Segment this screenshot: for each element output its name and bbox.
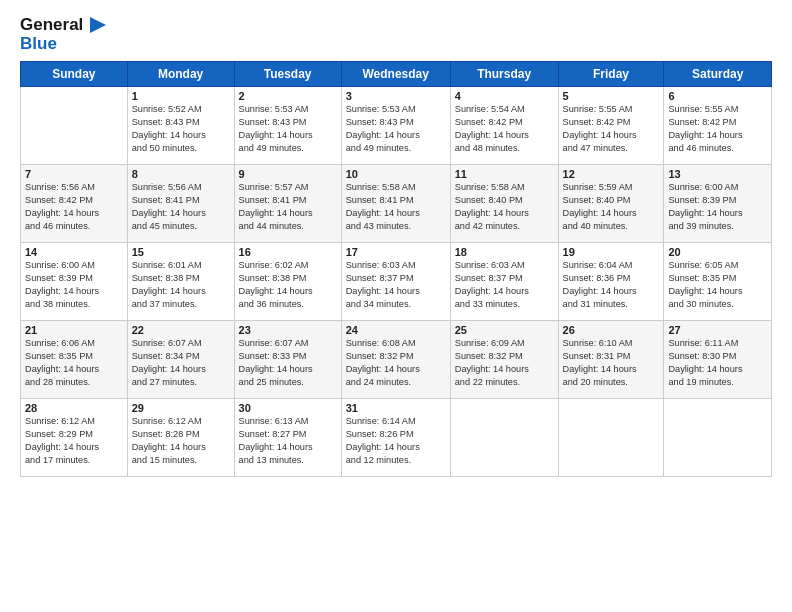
svg-marker-0 [90, 17, 106, 33]
calendar-cell: 3Sunrise: 5:53 AM Sunset: 8:43 PM Daylig… [341, 87, 450, 165]
day-info: Sunrise: 6:05 AM Sunset: 8:35 PM Dayligh… [668, 259, 767, 311]
day-number: 30 [239, 402, 337, 414]
day-header-monday: Monday [127, 62, 234, 87]
day-number: 11 [455, 168, 554, 180]
calendar-cell: 25Sunrise: 6:09 AM Sunset: 8:32 PM Dayli… [450, 321, 558, 399]
day-number: 9 [239, 168, 337, 180]
calendar-cell: 12Sunrise: 5:59 AM Sunset: 8:40 PM Dayli… [558, 165, 664, 243]
day-info: Sunrise: 5:58 AM Sunset: 8:40 PM Dayligh… [455, 181, 554, 233]
logo-general: General [20, 15, 83, 34]
calendar-cell: 13Sunrise: 6:00 AM Sunset: 8:39 PM Dayli… [664, 165, 772, 243]
day-info: Sunrise: 6:11 AM Sunset: 8:30 PM Dayligh… [668, 337, 767, 389]
day-number: 2 [239, 90, 337, 102]
day-info: Sunrise: 6:04 AM Sunset: 8:36 PM Dayligh… [563, 259, 660, 311]
day-info: Sunrise: 5:57 AM Sunset: 8:41 PM Dayligh… [239, 181, 337, 233]
calendar-cell: 5Sunrise: 5:55 AM Sunset: 8:42 PM Daylig… [558, 87, 664, 165]
calendar-cell: 20Sunrise: 6:05 AM Sunset: 8:35 PM Dayli… [664, 243, 772, 321]
day-header-sunday: Sunday [21, 62, 128, 87]
day-number: 16 [239, 246, 337, 258]
day-number: 24 [346, 324, 446, 336]
day-number: 4 [455, 90, 554, 102]
calendar-cell: 9Sunrise: 5:57 AM Sunset: 8:41 PM Daylig… [234, 165, 341, 243]
day-info: Sunrise: 6:13 AM Sunset: 8:27 PM Dayligh… [239, 415, 337, 467]
calendar-week-row: 21Sunrise: 6:06 AM Sunset: 8:35 PM Dayli… [21, 321, 772, 399]
calendar-cell: 19Sunrise: 6:04 AM Sunset: 8:36 PM Dayli… [558, 243, 664, 321]
calendar-cell: 15Sunrise: 6:01 AM Sunset: 8:38 PM Dayli… [127, 243, 234, 321]
logo: General Blue [20, 16, 106, 53]
day-info: Sunrise: 5:54 AM Sunset: 8:42 PM Dayligh… [455, 103, 554, 155]
day-number: 15 [132, 246, 230, 258]
calendar-table: SundayMondayTuesdayWednesdayThursdayFrid… [20, 61, 772, 477]
day-number: 14 [25, 246, 123, 258]
day-number: 13 [668, 168, 767, 180]
calendar-cell: 22Sunrise: 6:07 AM Sunset: 8:34 PM Dayli… [127, 321, 234, 399]
calendar-cell: 24Sunrise: 6:08 AM Sunset: 8:32 PM Dayli… [341, 321, 450, 399]
day-number: 20 [668, 246, 767, 258]
day-number: 8 [132, 168, 230, 180]
calendar-cell: 18Sunrise: 6:03 AM Sunset: 8:37 PM Dayli… [450, 243, 558, 321]
day-number: 27 [668, 324, 767, 336]
calendar-cell: 8Sunrise: 5:56 AM Sunset: 8:41 PM Daylig… [127, 165, 234, 243]
logo-arrow-icon [90, 17, 106, 35]
day-number: 21 [25, 324, 123, 336]
day-header-wednesday: Wednesday [341, 62, 450, 87]
calendar-cell: 16Sunrise: 6:02 AM Sunset: 8:38 PM Dayli… [234, 243, 341, 321]
day-number: 18 [455, 246, 554, 258]
day-number: 6 [668, 90, 767, 102]
day-info: Sunrise: 5:56 AM Sunset: 8:42 PM Dayligh… [25, 181, 123, 233]
calendar-cell: 2Sunrise: 5:53 AM Sunset: 8:43 PM Daylig… [234, 87, 341, 165]
day-number: 23 [239, 324, 337, 336]
logo-text-block: General Blue [20, 16, 106, 53]
calendar-week-row: 1Sunrise: 5:52 AM Sunset: 8:43 PM Daylig… [21, 87, 772, 165]
day-number: 19 [563, 246, 660, 258]
day-header-thursday: Thursday [450, 62, 558, 87]
calendar-week-row: 28Sunrise: 6:12 AM Sunset: 8:29 PM Dayli… [21, 399, 772, 477]
day-info: Sunrise: 6:12 AM Sunset: 8:29 PM Dayligh… [25, 415, 123, 467]
calendar-cell: 27Sunrise: 6:11 AM Sunset: 8:30 PM Dayli… [664, 321, 772, 399]
day-number: 12 [563, 168, 660, 180]
day-info: Sunrise: 6:10 AM Sunset: 8:31 PM Dayligh… [563, 337, 660, 389]
logo-blue: Blue [20, 34, 57, 53]
calendar-cell: 1Sunrise: 5:52 AM Sunset: 8:43 PM Daylig… [127, 87, 234, 165]
day-info: Sunrise: 6:07 AM Sunset: 8:34 PM Dayligh… [132, 337, 230, 389]
day-info: Sunrise: 6:07 AM Sunset: 8:33 PM Dayligh… [239, 337, 337, 389]
calendar-cell: 28Sunrise: 6:12 AM Sunset: 8:29 PM Dayli… [21, 399, 128, 477]
calendar-cell: 14Sunrise: 6:00 AM Sunset: 8:39 PM Dayli… [21, 243, 128, 321]
day-number: 5 [563, 90, 660, 102]
day-info: Sunrise: 6:08 AM Sunset: 8:32 PM Dayligh… [346, 337, 446, 389]
day-header-friday: Friday [558, 62, 664, 87]
day-info: Sunrise: 6:03 AM Sunset: 8:37 PM Dayligh… [346, 259, 446, 311]
day-number: 25 [455, 324, 554, 336]
calendar-header-row: SundayMondayTuesdayWednesdayThursdayFrid… [21, 62, 772, 87]
calendar-cell: 17Sunrise: 6:03 AM Sunset: 8:37 PM Dayli… [341, 243, 450, 321]
day-number: 1 [132, 90, 230, 102]
day-number: 26 [563, 324, 660, 336]
day-number: 22 [132, 324, 230, 336]
calendar-cell: 10Sunrise: 5:58 AM Sunset: 8:41 PM Dayli… [341, 165, 450, 243]
day-info: Sunrise: 5:59 AM Sunset: 8:40 PM Dayligh… [563, 181, 660, 233]
day-info: Sunrise: 6:00 AM Sunset: 8:39 PM Dayligh… [25, 259, 123, 311]
day-number: 29 [132, 402, 230, 414]
day-number: 17 [346, 246, 446, 258]
calendar-cell [558, 399, 664, 477]
calendar-cell: 21Sunrise: 6:06 AM Sunset: 8:35 PM Dayli… [21, 321, 128, 399]
calendar-cell: 7Sunrise: 5:56 AM Sunset: 8:42 PM Daylig… [21, 165, 128, 243]
day-number: 31 [346, 402, 446, 414]
day-info: Sunrise: 6:14 AM Sunset: 8:26 PM Dayligh… [346, 415, 446, 467]
day-number: 3 [346, 90, 446, 102]
calendar-week-row: 14Sunrise: 6:00 AM Sunset: 8:39 PM Dayli… [21, 243, 772, 321]
day-info: Sunrise: 6:09 AM Sunset: 8:32 PM Dayligh… [455, 337, 554, 389]
calendar-cell: 23Sunrise: 6:07 AM Sunset: 8:33 PM Dayli… [234, 321, 341, 399]
day-info: Sunrise: 6:12 AM Sunset: 8:28 PM Dayligh… [132, 415, 230, 467]
calendar-cell: 4Sunrise: 5:54 AM Sunset: 8:42 PM Daylig… [450, 87, 558, 165]
day-info: Sunrise: 5:53 AM Sunset: 8:43 PM Dayligh… [346, 103, 446, 155]
day-info: Sunrise: 5:53 AM Sunset: 8:43 PM Dayligh… [239, 103, 337, 155]
calendar-cell: 6Sunrise: 5:55 AM Sunset: 8:42 PM Daylig… [664, 87, 772, 165]
header: General Blue [20, 16, 772, 53]
day-info: Sunrise: 5:55 AM Sunset: 8:42 PM Dayligh… [563, 103, 660, 155]
day-info: Sunrise: 5:58 AM Sunset: 8:41 PM Dayligh… [346, 181, 446, 233]
day-info: Sunrise: 6:06 AM Sunset: 8:35 PM Dayligh… [25, 337, 123, 389]
calendar-week-row: 7Sunrise: 5:56 AM Sunset: 8:42 PM Daylig… [21, 165, 772, 243]
calendar-cell [21, 87, 128, 165]
calendar-cell: 26Sunrise: 6:10 AM Sunset: 8:31 PM Dayli… [558, 321, 664, 399]
